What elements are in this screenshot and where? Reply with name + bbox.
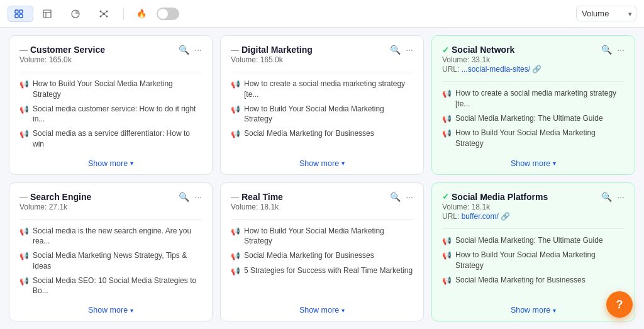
- svg-line-16: [104, 14, 107, 16]
- top-navigation: 🔥 Volume Relevance Difficulty: [0, 0, 644, 28]
- card-item: 📢 How to Build Your Social Media Marketi…: [231, 226, 413, 247]
- search-icon[interactable]: 🔍: [601, 192, 612, 202]
- show-more-label: Show more: [88, 306, 128, 315]
- card-actions: 🔍 ···: [601, 45, 625, 55]
- more-icon[interactable]: ···: [406, 45, 413, 55]
- show-more-button[interactable]: Show more ▾: [299, 306, 345, 315]
- bullhorn-icon: 📢: [442, 276, 452, 286]
- card-title-area: — Customer Service Volume: 165.0k: [19, 45, 179, 64]
- grid-icon: [14, 9, 23, 18]
- card-item-text: How to Build Your Social Media Marketing…: [244, 226, 413, 247]
- overview-icon: [71, 9, 80, 18]
- prioritize-select-wrapper[interactable]: Volume Relevance Difficulty: [576, 6, 636, 21]
- bullhorn-icon: 📢: [19, 104, 29, 115]
- tab-mindmap[interactable]: [92, 6, 118, 22]
- tab-overview[interactable]: [64, 6, 90, 22]
- card-items: 📢 Social Media Marketing: The Ultimate G…: [442, 235, 625, 300]
- svg-rect-3: [19, 14, 23, 18]
- tab-explorer[interactable]: [36, 6, 62, 22]
- bullhorn-icon: 📢: [231, 129, 240, 140]
- card-actions: 🔍 ···: [390, 45, 413, 55]
- card-search-engine: — Search Engine Volume: 27.1k 🔍 ··· 📢 So…: [9, 182, 213, 322]
- card-item: 📢 Social Media Marketing for Businesses: [442, 275, 625, 286]
- trending-toggle[interactable]: [157, 8, 179, 20]
- card-item: 📢 Social Media Marketing: The Ultimate G…: [442, 113, 625, 125]
- card-title-area: — Search Engine Volume: 27.1k: [19, 192, 179, 211]
- show-more-label: Show more: [511, 159, 550, 168]
- search-icon[interactable]: 🔍: [390, 45, 401, 55]
- search-icon[interactable]: 🔍: [179, 45, 189, 55]
- bullhorn-icon: 📢: [19, 251, 29, 262]
- card-url: URL: buffer.com/ 🔗: [442, 212, 601, 221]
- chevron-down-icon: ▾: [130, 307, 133, 314]
- tab-cards[interactable]: [8, 6, 33, 22]
- cards-grid: — Customer Service Volume: 165.0k 🔍 ··· …: [0, 28, 644, 329]
- bullhorn-icon: 📢: [231, 266, 240, 277]
- card-title: — Digital Marketing: [231, 45, 390, 55]
- url-link[interactable]: buffer.com/ 🔗: [462, 212, 510, 221]
- card-item: 📢 Social media is the new search engine.…: [19, 226, 202, 247]
- card-header: — Customer Service Volume: 165.0k 🔍 ···: [19, 45, 202, 64]
- card-title-text: Customer Service: [30, 45, 105, 55]
- show-more-area: Show more ▾: [19, 159, 202, 168]
- show-more-button[interactable]: Show more ▾: [88, 306, 133, 315]
- card-item: 📢 5 Strategies for Success with Real Tim…: [231, 265, 413, 277]
- search-icon[interactable]: 🔍: [179, 192, 189, 202]
- chevron-down-icon: ▾: [341, 160, 345, 167]
- svg-rect-2: [15, 14, 18, 18]
- more-icon[interactable]: ···: [406, 192, 413, 202]
- chevron-down-icon: ▾: [341, 307, 345, 314]
- card-title-area: ✓ Social Network Volume: 33.1k URL: ...s…: [442, 45, 601, 74]
- search-icon[interactable]: 🔍: [390, 192, 401, 202]
- more-icon[interactable]: ···: [194, 45, 202, 55]
- card-title-area: — Real Time Volume: 18.1k: [231, 192, 390, 211]
- show-more-button[interactable]: Show more ▾: [88, 159, 133, 168]
- card-header: ✓ Social Network Volume: 33.1k URL: ...s…: [442, 45, 625, 74]
- show-more-area: Show more ▾: [231, 159, 413, 168]
- card-item-text: 5 Strategies for Success with Real Time …: [244, 265, 413, 276]
- svg-rect-4: [43, 10, 51, 18]
- card-item-text: Social Media Marketing News Strategy, Ti…: [33, 250, 202, 272]
- card-divider: [231, 72, 413, 72]
- search-icon[interactable]: 🔍: [601, 45, 612, 55]
- card-prefix: —: [231, 192, 239, 201]
- svg-rect-1: [19, 10, 23, 13]
- card-item-text: Social media is the new search engine. A…: [33, 226, 202, 247]
- card-item: 📢 How to Build Your Social Media Marketi…: [19, 79, 202, 100]
- card-real-time: — Real Time Volume: 18.1k 🔍 ··· 📢 How to…: [220, 182, 424, 322]
- bullhorn-icon: 📢: [231, 104, 240, 115]
- svg-line-15: [101, 14, 104, 16]
- prioritize-select[interactable]: Volume Relevance Difficulty: [576, 6, 636, 21]
- help-fab[interactable]: ?: [606, 291, 633, 318]
- show-more-button[interactable]: Show more ▾: [511, 159, 556, 168]
- card-item-text: Social Media Marketing for Businesses: [244, 128, 374, 139]
- card-item: 📢 How to Build Your Social Media Marketi…: [231, 104, 413, 125]
- card-prefix: ✓: [442, 45, 449, 55]
- more-icon[interactable]: ···: [617, 45, 625, 55]
- bullhorn-icon: 📢: [19, 79, 29, 90]
- card-item-text: How to Build Your Social Media Marketing…: [455, 128, 625, 149]
- card-item: 📢 Social Media Marketing for Businesses: [231, 250, 413, 262]
- svg-line-13: [101, 11, 104, 14]
- show-more-button[interactable]: Show more ▾: [299, 159, 345, 168]
- card-item: 📢 How to Build Your Social Media Marketi…: [442, 250, 625, 271]
- show-more-button[interactable]: Show more ▾: [511, 306, 556, 315]
- card-divider: [19, 219, 202, 220]
- card-item-text: Social media customer service: How to do…: [33, 104, 202, 125]
- card-items: 📢 How to Build Your Social Media Marketi…: [19, 79, 202, 153]
- chevron-down-icon: ▾: [130, 160, 133, 167]
- card-title-area: — Digital Marketing Volume: 165.0k: [231, 45, 390, 64]
- more-icon[interactable]: ···: [617, 192, 625, 202]
- card-item: 📢 Social media customer service: How to …: [19, 104, 202, 125]
- card-item-text: Social Media Marketing: The Ultimate Gui…: [455, 235, 603, 246]
- url-link[interactable]: ...social-media-sites/ 🔗: [462, 65, 542, 74]
- trending-section: 🔥: [136, 8, 179, 20]
- card-header: — Search Engine Volume: 27.1k 🔍 ···: [19, 192, 202, 211]
- bullhorn-icon: 📢: [19, 129, 29, 140]
- bullhorn-icon: 📢: [442, 236, 452, 247]
- card-title: — Real Time: [231, 192, 390, 202]
- card-divider: [19, 72, 202, 72]
- card-actions: 🔍 ···: [390, 192, 413, 202]
- card-actions: 🔍 ···: [179, 192, 202, 202]
- more-icon[interactable]: ···: [194, 192, 202, 202]
